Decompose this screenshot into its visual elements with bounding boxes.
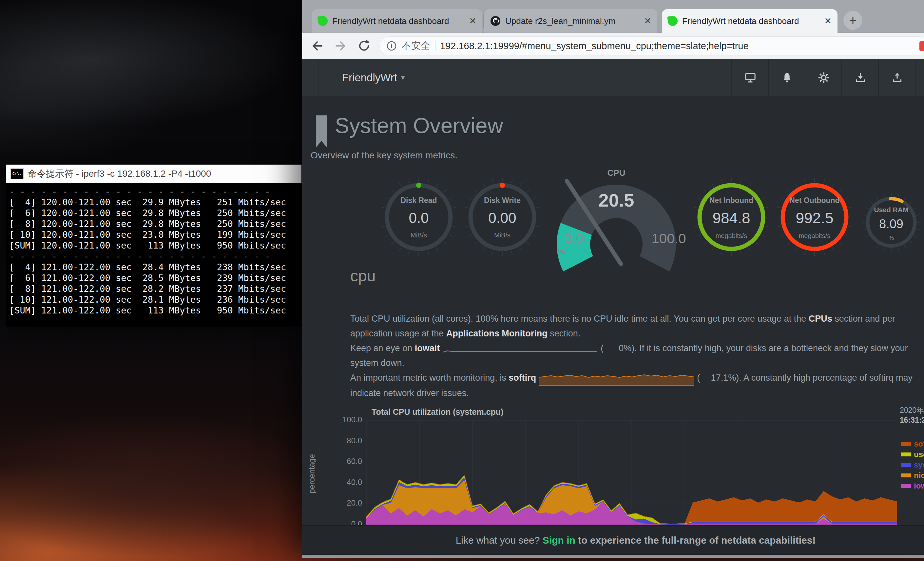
page-subtitle: Overview of the key system metrics. (310, 150, 458, 161)
terminal-title: 命令提示符 - iperf3 -c 192.168.1.2 -P4 -t1000 (27, 167, 211, 180)
bell-icon (781, 72, 793, 84)
tab-separator (483, 14, 484, 28)
extension-icon[interactable] (920, 41, 924, 51)
softirq-sparkline (538, 371, 694, 386)
url-text[interactable]: 192.168.2.1:19999/#menu_system_submenu_c… (440, 41, 749, 51)
section-heading-cpu: cpu (350, 267, 375, 285)
signin-bar: Like what you see? Sign in to experience… (302, 525, 924, 555)
tab-label: FriendlyWrt netdata dashboard (332, 16, 449, 26)
netdata-navbar: FriendlyWrt ▾ (302, 59, 924, 96)
terminal-output: - - - - - - - - - - - - - - - - - - - - … (6, 183, 302, 326)
iowait-value: 0% (603, 341, 632, 356)
y-tick: 60.0 (328, 457, 362, 466)
terminal-titlebar[interactable]: C:\. 命令提示符 - iperf3 -c 192.168.1.2 -P4 -… (6, 165, 302, 183)
softirq-value: 17.1% (700, 370, 736, 385)
info-icon (386, 40, 397, 51)
tab-close-icon[interactable]: ✕ (824, 16, 832, 26)
tab-github[interactable]: Update r2s_lean_minimal.yml · k ✕ (484, 9, 657, 33)
legend-label: user (914, 450, 924, 459)
upload-icon (891, 72, 903, 84)
new-tab-button[interactable]: + (843, 11, 862, 30)
used-ram-gauge[interactable] (858, 190, 924, 255)
gear-icon (818, 71, 830, 84)
terminal-window: C:\. 命令提示符 - iperf3 -c 192.168.1.2 -P4 -… (6, 165, 302, 324)
legend-swatch (901, 442, 911, 446)
tab-close-icon[interactable]: ✕ (469, 16, 476, 26)
terminal-line: [ 10] 121.00-122.00 sec 28.1 MBytes 236 … (9, 294, 302, 305)
download-icon (855, 72, 866, 84)
y-tick: 20.0 (328, 498, 362, 508)
legend-item-system[interactable]: system (901, 460, 924, 470)
net-inbound-gauge[interactable] (689, 174, 774, 260)
forward-button[interactable] (332, 37, 350, 55)
legend-item-iowait[interactable]: iowait (901, 481, 924, 491)
caret-down-icon: ▾ (401, 74, 405, 82)
page-title: System Overview (335, 113, 503, 138)
monitor-icon (744, 72, 756, 84)
y-tick: 40.0 (328, 478, 362, 487)
disk-write-gauge[interactable] (460, 174, 545, 260)
back-icon (310, 39, 324, 53)
github-favicon-icon (490, 16, 501, 26)
terminal-line: [ 8] 120.00-121.00 sec 29.8 MBytes 250 M… (9, 218, 302, 229)
tab-netdata-1[interactable]: FriendlyWrt netdata dashboard ✕ (312, 9, 482, 33)
signin-link[interactable]: Sign in (543, 535, 575, 546)
alarms-button[interactable] (768, 59, 806, 96)
reload-button[interactable] (355, 37, 374, 55)
legend-item-user[interactable]: user (901, 449, 924, 460)
legend-item-nice[interactable]: nice (901, 470, 924, 481)
browser-window: FriendlyWrt netdata dashboard ✕ Update r… (302, 0, 924, 555)
netdata-page: FriendlyWrt ▾ (302, 59, 924, 555)
description-line: application usage at the Applications Mo… (350, 326, 912, 341)
legend-swatch (901, 474, 911, 477)
address-bar[interactable]: 不安全 192.168.2.1:19999/#menu_system_subme… (380, 36, 924, 56)
legend-label: nice (914, 471, 924, 480)
security-chip[interactable]: 不安全 (402, 39, 430, 53)
screen: C:\. 命令提示符 - iperf3 -c 192.168.1.2 -P4 -… (0, 0, 924, 561)
cpu-gauge[interactable] (552, 174, 680, 272)
host-name: FriendlyWrt (342, 71, 397, 84)
reload-icon (357, 39, 372, 53)
terminal-line: - - - - - - - - - - - - - - - - - - - - … (9, 251, 302, 262)
net-outbound-gauge[interactable] (772, 174, 857, 260)
description-line: indicate network driver issues. (350, 386, 912, 401)
legend-item-softirq[interactable]: softirq (901, 439, 924, 449)
cpu-description: Total CPU utilization (all cores). 100% … (350, 311, 912, 401)
export-button[interactable] (878, 59, 916, 96)
print-dashboard-button[interactable] (731, 59, 769, 96)
host-dropdown[interactable]: FriendlyWrt ▾ (318, 59, 428, 96)
cpus-link[interactable]: CPUs (808, 314, 832, 323)
window-bottom-edge[interactable] (302, 555, 924, 558)
disk-read-gauge[interactable] (376, 174, 461, 260)
signin-text: Like what you see? Sign in to experience… (302, 526, 924, 555)
legend-swatch (901, 484, 911, 488)
back-button[interactable] (308, 37, 326, 55)
tab-netdata-2-active[interactable]: FriendlyWrt netdata dashboard ✕ (662, 9, 837, 33)
cpu-utilization-chart[interactable] (366, 420, 897, 525)
description-line: system down. (350, 356, 912, 370)
forward-icon (333, 39, 348, 53)
terminal-line: [SUM] 121.00-122.00 sec 113 MBytes 950 M… (9, 305, 302, 316)
terminal-line: [SUM] 120.00-121.00 sec 113 MBytes 950 M… (9, 240, 302, 251)
bookmark-icon (316, 116, 327, 147)
tab-label: Update r2s_lean_minimal.yml · k (505, 16, 615, 26)
y-tick: 100.0 (328, 415, 362, 424)
cmd-icon: C:\. (10, 168, 24, 179)
tab-strip: FriendlyWrt netdata dashboard ✕ Update r… (302, 0, 924, 33)
netdata-favicon-icon (318, 16, 328, 27)
legend-swatch (901, 463, 911, 467)
terminal-line: [ 6] 121.00-122.00 sec 28.5 MBytes 239 M… (9, 272, 302, 283)
chart-title: Total CPU utilization (system.cpu) (372, 407, 503, 417)
legend-label: iowait (914, 481, 924, 490)
settings-button[interactable] (805, 59, 842, 96)
url-divider (435, 41, 435, 51)
import-button[interactable] (842, 59, 879, 96)
terminal-line: [ 6] 120.00-121.00 sec 29.8 MBytes 250 M… (9, 208, 302, 218)
applications-monitoring-link[interactable]: Applications Monitoring (446, 329, 548, 338)
tab-close-icon[interactable]: ✕ (644, 16, 651, 26)
y-axis-label: percentage (308, 441, 316, 507)
terminal-line: [ 4] 120.00-121.00 sec 29.9 MBytes 251 M… (9, 197, 302, 208)
legend-swatch (901, 453, 911, 456)
description-line: Keep an eye on iowait(0%). If it is cons… (350, 341, 912, 356)
terminal-line: [ 10] 120.00-121.00 sec 23.8 MBytes 199 … (9, 229, 302, 240)
